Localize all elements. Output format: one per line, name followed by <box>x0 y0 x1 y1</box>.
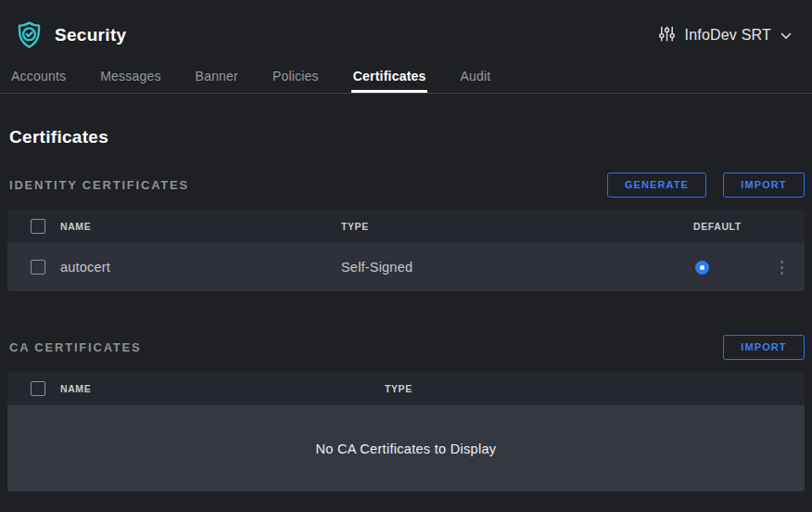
cert-type-cell: Self-Signed <box>341 260 693 275</box>
ca-certificates-table: NAME TYPE No CA Certificates to Display <box>7 372 805 492</box>
column-header-default: DEFAULT <box>693 221 758 232</box>
identity-actions: GENERATE IMPORT <box>607 173 805 198</box>
tab-messages[interactable]: Messages <box>98 69 162 93</box>
identity-certificates-title: IDENTITY CERTIFICATES <box>9 178 189 192</box>
sliders-icon <box>658 25 676 46</box>
chevron-down-icon <box>780 27 792 44</box>
shield-check-icon <box>15 19 44 51</box>
account-name: InfoDev SRT <box>685 27 772 44</box>
ca-empty-message: No CA Certificates to Display <box>316 442 497 456</box>
app-title: Security <box>55 25 126 45</box>
tab-policies[interactable]: Policies <box>271 69 321 93</box>
page-title: Certificates <box>9 127 805 147</box>
ca-empty-state: No CA Certificates to Display <box>7 405 805 492</box>
identity-certificates-table: NAME TYPE DEFAULT autocert Self-Signed <box>7 210 805 291</box>
kebab-menu-icon[interactable] <box>775 257 789 278</box>
ca-column-header-type: TYPE <box>385 383 805 394</box>
tab-bar: Accounts Messages Banner Policies Certif… <box>0 69 812 94</box>
table-row-autocert: autocert Self-Signed <box>7 243 805 291</box>
tab-certificates[interactable]: Certificates <box>351 69 428 93</box>
tab-banner[interactable]: Banner <box>194 69 240 93</box>
account-menu[interactable]: InfoDev SRT <box>658 25 793 46</box>
generate-button[interactable]: GENERATE <box>607 173 706 198</box>
default-radio-selected[interactable] <box>695 261 709 275</box>
ca-certificates-title: CA CERTIFICATES <box>9 340 142 354</box>
tab-audit[interactable]: Audit <box>458 69 492 93</box>
select-all-identity-checkbox[interactable] <box>31 219 45 234</box>
cert-name-cell: autocert <box>60 260 341 275</box>
ca-certificates-section-header: CA CERTIFICATES IMPORT <box>7 334 805 360</box>
identity-certificates-section-header: IDENTITY CERTIFICATES GENERATE IMPORT <box>7 172 805 198</box>
row-checkbox[interactable] <box>31 260 45 275</box>
identity-table-header: NAME TYPE DEFAULT <box>7 210 805 243</box>
column-header-type: TYPE <box>341 221 693 232</box>
app-header: Security InfoDev SRT <box>0 0 812 54</box>
ca-table-header: NAME TYPE <box>7 372 805 405</box>
ca-column-header-name: NAME <box>60 383 385 394</box>
certificates-page: Certificates IDENTITY CERTIFICATES GENER… <box>0 127 812 492</box>
select-all-ca-checkbox[interactable] <box>31 381 45 396</box>
ca-actions: IMPORT <box>723 335 805 360</box>
tab-accounts[interactable]: Accounts <box>9 69 68 93</box>
column-header-name: NAME <box>60 221 341 232</box>
security-app: Security InfoDev SRT Accounts <box>0 0 812 512</box>
import-ca-button[interactable]: IMPORT <box>723 335 805 360</box>
import-identity-button[interactable]: IMPORT <box>723 173 805 198</box>
